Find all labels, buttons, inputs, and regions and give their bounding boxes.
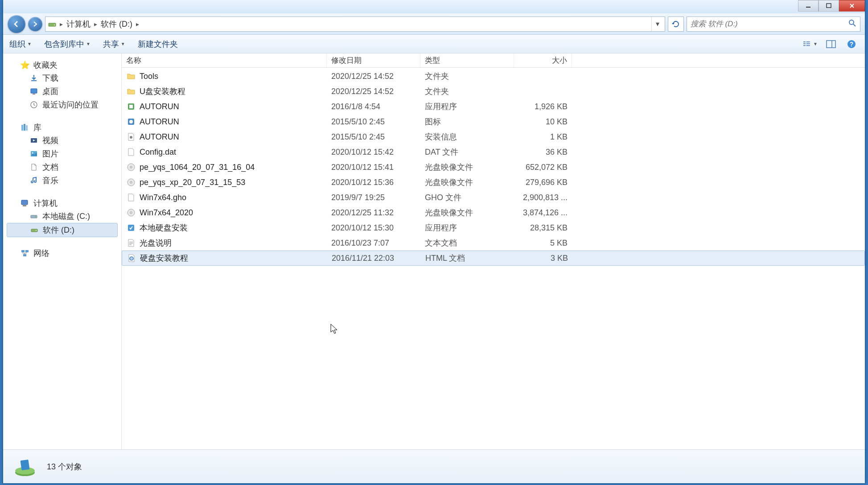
sidebar-music[interactable]: 音乐 bbox=[3, 174, 121, 187]
content-area: ⭐收藏夹 下载 桌面 最近访问的位置 库 视频 图片 文档 音乐 计算机 本地磁… bbox=[3, 53, 865, 449]
file-row[interactable]: 硬盘安装教程2016/11/21 22:03HTML 文档3 KB bbox=[122, 251, 865, 266]
file-type: HTML 文档 bbox=[421, 253, 514, 263]
file-size: 1 KB bbox=[514, 132, 572, 142]
file-type: 光盘映像文件 bbox=[420, 207, 514, 218]
file-date: 2020/10/12 15:42 bbox=[327, 148, 420, 157]
column-type[interactable]: 类型 bbox=[420, 53, 514, 67]
file-row[interactable]: Config.dat2020/10/12 15:42DAT 文件36 KB bbox=[122, 144, 865, 160]
status-text: 13 个对象 bbox=[47, 461, 82, 472]
file-row[interactable]: Win7x64_20202020/12/25 11:32光盘映像文件3,874,… bbox=[122, 205, 865, 220]
maximize-button[interactable] bbox=[819, 0, 839, 12]
sidebar-documents[interactable]: 文档 bbox=[3, 160, 121, 174]
svg-point-4 bbox=[849, 20, 854, 25]
share-menu[interactable]: 共享▼ bbox=[103, 39, 125, 49]
new-folder-button[interactable]: 新建文件夹 bbox=[138, 39, 178, 49]
videos-label: 视频 bbox=[42, 135, 58, 146]
file-type: 文件夹 bbox=[420, 71, 514, 82]
breadcrumb-computer[interactable]: 计算机 bbox=[64, 19, 93, 29]
back-button[interactable] bbox=[8, 15, 25, 33]
chevron-right-icon[interactable]: ▸ bbox=[135, 21, 140, 28]
sidebar-pictures[interactable]: 图片 bbox=[3, 147, 121, 160]
sidebar-libraries[interactable]: 库 bbox=[3, 121, 121, 134]
organize-menu[interactable]: 组织▼ bbox=[9, 39, 32, 49]
desktop-icon bbox=[29, 86, 39, 96]
svg-rect-7 bbox=[803, 43, 806, 44]
svg-rect-1 bbox=[827, 4, 831, 8]
file-name: 本地硬盘安装 bbox=[140, 222, 188, 233]
breadcrumb-drive[interactable]: 软件 (D:) bbox=[98, 19, 135, 29]
file-icon bbox=[126, 102, 136, 111]
drive-icon bbox=[29, 211, 39, 221]
sidebar-videos[interactable]: 视频 bbox=[3, 134, 121, 147]
refresh-button[interactable] bbox=[668, 16, 684, 32]
help-button[interactable]: ? bbox=[844, 38, 859, 50]
sidebar-desktop[interactable]: 桌面 bbox=[3, 85, 121, 98]
drive-status-icon bbox=[12, 454, 38, 480]
forward-button[interactable] bbox=[28, 17, 42, 31]
chevron-right-icon[interactable]: ▸ bbox=[93, 21, 98, 28]
file-row[interactable]: AUTORUN2015/5/10 2:45图标10 KB bbox=[122, 114, 865, 129]
file-row[interactable]: Win7x64.gho2019/9/7 19:25GHO 文件2,900,813… bbox=[122, 190, 865, 205]
file-date: 2016/10/23 7:07 bbox=[327, 238, 420, 248]
column-name[interactable]: 名称 bbox=[122, 53, 327, 67]
breadcrumb[interactable]: ▸ 计算机 ▸ 软件 (D:) ▸ ▾ bbox=[45, 16, 665, 32]
music-label: 音乐 bbox=[42, 175, 58, 186]
file-size: 3,874,126 ... bbox=[514, 208, 572, 218]
file-type: 文本文档 bbox=[420, 238, 514, 248]
file-row[interactable]: pe_yqs_1064_20_07_31_16_042020/10/12 15:… bbox=[122, 160, 865, 175]
file-type: 图标 bbox=[420, 116, 514, 127]
file-row[interactable]: AUTORUN2015/5/10 2:45安装信息1 KB bbox=[122, 129, 865, 144]
file-type: DAT 文件 bbox=[420, 147, 514, 157]
preview-pane-button[interactable] bbox=[824, 38, 838, 50]
search-input[interactable] bbox=[691, 20, 848, 29]
file-date: 2015/5/10 2:45 bbox=[327, 117, 420, 127]
sidebar-computer[interactable]: 计算机 bbox=[3, 197, 121, 210]
file-name: Win7x64_2020 bbox=[140, 208, 193, 218]
svg-rect-10 bbox=[806, 43, 810, 44]
file-name: pe_yqs_xp_20_07_31_15_53 bbox=[140, 178, 245, 187]
sidebar-ddrive[interactable]: 软件 (D:) bbox=[7, 223, 118, 237]
sidebar-recent[interactable]: 最近访问的位置 bbox=[3, 98, 121, 111]
svg-point-29 bbox=[35, 216, 36, 217]
svg-rect-0 bbox=[806, 7, 810, 8]
svg-point-31 bbox=[36, 230, 37, 231]
chevron-right-icon[interactable]: ▸ bbox=[59, 21, 64, 28]
search-box[interactable] bbox=[687, 16, 860, 32]
file-size: 279,696 KB bbox=[514, 178, 572, 187]
column-date[interactable]: 修改日期 bbox=[327, 53, 420, 67]
file-icon bbox=[126, 86, 136, 96]
file-icon bbox=[127, 253, 136, 263]
close-button[interactable] bbox=[839, 0, 865, 12]
breadcrumb-dropdown[interactable]: ▾ bbox=[651, 17, 663, 31]
file-row[interactable]: U盘安装教程2020/12/25 14:52文件夹 bbox=[122, 84, 865, 99]
sidebar-favorites[interactable]: ⭐收藏夹 bbox=[3, 59, 121, 71]
computer-icon bbox=[20, 198, 30, 208]
column-size[interactable]: 大小 bbox=[514, 53, 572, 67]
file-icon bbox=[126, 208, 136, 218]
file-size: 2,900,813 ... bbox=[514, 193, 572, 202]
svg-point-25 bbox=[32, 152, 33, 154]
ddrive-label: 软件 (D:) bbox=[43, 225, 74, 235]
svg-point-45 bbox=[130, 212, 132, 214]
file-row[interactable]: pe_yqs_xp_20_07_31_15_532020/10/12 15:36… bbox=[122, 175, 865, 190]
file-type: 文件夹 bbox=[420, 86, 514, 97]
file-row[interactable]: 本地硬盘安装2020/10/12 15:30应用程序28,315 KB bbox=[122, 220, 865, 235]
file-type: 安装信息 bbox=[420, 132, 514, 142]
library-icon bbox=[20, 123, 30, 132]
view-mode-button[interactable]: ▼ bbox=[803, 38, 818, 50]
sidebar-network[interactable]: 网络 bbox=[3, 247, 121, 259]
minimize-button[interactable] bbox=[798, 0, 819, 12]
file-row[interactable]: Tools2020/12/25 14:52文件夹 bbox=[122, 69, 865, 84]
sidebar-downloads[interactable]: 下载 bbox=[3, 71, 121, 85]
file-date: 2016/1/8 4:54 bbox=[327, 102, 420, 111]
include-in-library-menu[interactable]: 包含到库中▼ bbox=[44, 39, 91, 49]
sidebar-cdrive[interactable]: 本地磁盘 (C:) bbox=[3, 210, 121, 223]
file-row[interactable]: AUTORUN2016/1/8 4:54应用程序1,926 KB bbox=[122, 99, 865, 114]
recent-label: 最近访问的位置 bbox=[42, 99, 99, 110]
share-label: 共享 bbox=[103, 39, 119, 49]
search-icon bbox=[848, 19, 856, 29]
video-icon bbox=[29, 136, 39, 145]
star-icon: ⭐ bbox=[20, 60, 30, 70]
file-name: 光盘说明 bbox=[140, 238, 172, 248]
file-row[interactable]: 光盘说明2016/10/23 7:07文本文档5 KB bbox=[122, 235, 865, 251]
